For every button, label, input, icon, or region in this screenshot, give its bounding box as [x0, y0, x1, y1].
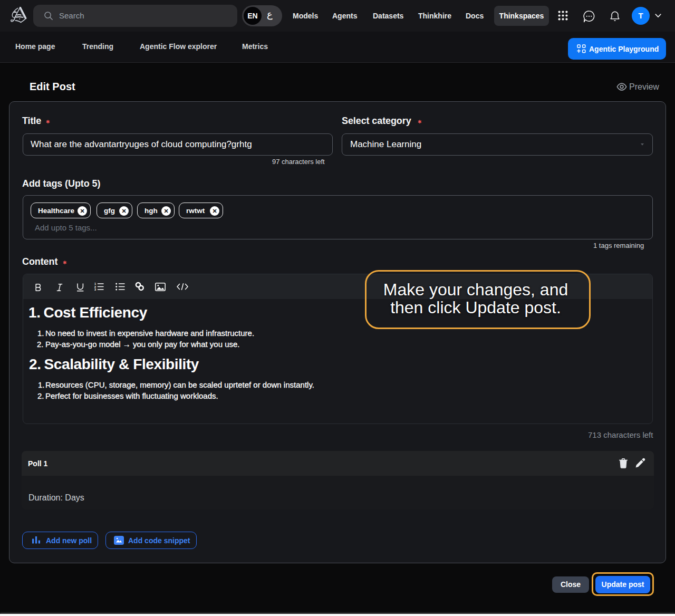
svg-text:3: 3 [94, 288, 96, 291]
